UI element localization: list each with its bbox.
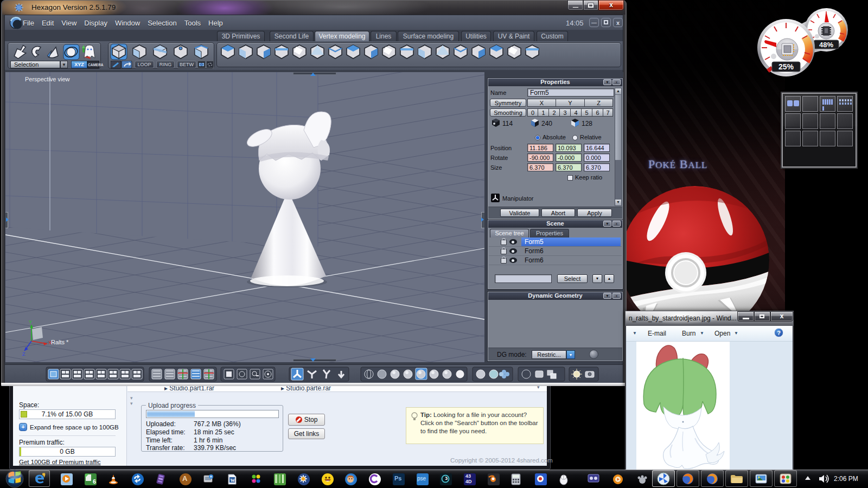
svg-text:Y: Y	[29, 319, 32, 325]
svg-text:Perspective view: Perspective view	[25, 76, 70, 82]
svg-text:Ralts *: Ralts *	[51, 339, 69, 345]
svg-text:48%: 48%	[819, 41, 833, 49]
svg-text:W: W	[231, 478, 235, 483]
svg-text:25%: 25%	[778, 62, 794, 71]
svg-text:Z: Z	[22, 351, 25, 357]
